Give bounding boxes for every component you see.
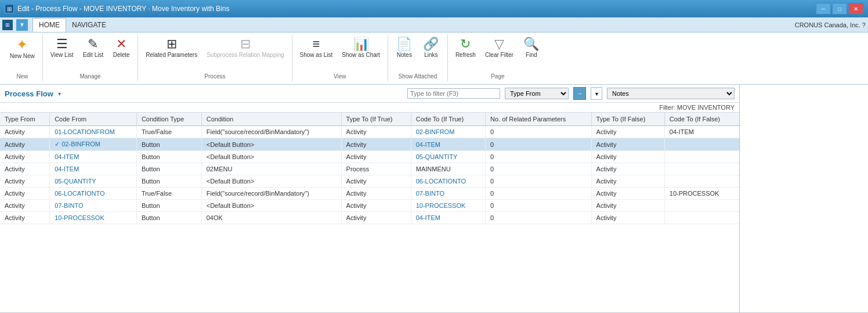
cell-code-from[interactable]: 04-ITEM [50,151,137,163]
cell-type-from: Activity [0,188,50,200]
cell-code-to-true-link[interactable]: 10-PROCESSOK [416,202,466,209]
cell-code-from-link[interactable]: 04-ITEM [55,153,79,160]
col-code-to-false[interactable]: Code To (If False) [664,113,739,126]
cell-code-from-link[interactable]: 10-PROCESSOK [55,214,104,221]
col-type-to-false[interactable]: Type To (If False) [591,113,664,126]
cell-type-to-true: Activity [341,212,411,224]
table-row[interactable]: Activity01-LOCATIONFROMTrue/FalseField("… [0,126,739,138]
col-type-from[interactable]: Type From [0,113,50,126]
cell-code-to-true[interactable]: 07-BINTO [411,188,485,200]
cell-code-from[interactable]: 10-PROCESSOK [50,212,137,224]
cell-code-from[interactable]: 01-LOCATIONFROM [50,126,137,138]
cell-type-to-false: Activity [591,151,664,163]
process-flow-title[interactable]: Process Flow [5,89,53,98]
cell-type-to-true: Activity [341,188,411,200]
table-row[interactable]: Activity✓ 02-BINFROMButton<Default Butto… [0,138,739,151]
col-code-from[interactable]: Code From [50,113,137,126]
show-as-chart-button[interactable]: 📊 Show as Chart [338,35,384,62]
cell-code-from-link[interactable]: 04-ITEM [55,166,79,172]
cell-code-to-true: MAINMENU [411,163,485,175]
table-row[interactable]: Activity04-ITEMButton<Default Button>Act… [0,151,739,163]
cell-code-from[interactable]: 06-LOCATIONTO [50,188,137,200]
cell-code-to-true-link[interactable]: 02-BINFROM [416,128,455,135]
col-type-to-true[interactable]: Type To (If True) [341,113,411,126]
refresh-label: Refresh [455,52,476,59]
clear-filter-button[interactable]: ▽ Clear Filter [481,35,518,62]
cell-condition-type: Button [136,175,201,188]
cell-type-to-false: Activity [591,200,664,212]
table-row[interactable]: Activity10-PROCESSOKButton04OKActivity04… [0,212,739,224]
cell-type-to-true: Activity [341,138,411,151]
related-params-button[interactable]: ⊞ Related Parameters [142,35,201,62]
data-table: Type From Code From Condition Type Condi… [0,113,739,312]
col-condition[interactable]: Condition [201,113,341,126]
filter-apply-button[interactable]: → [573,87,586,100]
cell-code-from-link[interactable]: 01-LOCATIONFROM [55,128,115,135]
cell-type-to-false: Activity [591,212,664,224]
col-no-related-params[interactable]: No. of Related Parameters [485,113,591,126]
filter-field-select[interactable]: Type From [505,88,569,99]
notes-select[interactable]: Notes [607,88,735,99]
table-row[interactable]: Activity05-QUANTITYButton<Default Button… [0,175,739,188]
cell-code-to-true[interactable]: 10-PROCESSOK [411,200,485,212]
menu-home[interactable]: HOME [32,18,66,32]
filter-options-button[interactable]: ▾ [591,87,602,100]
ribbon-group-new: ✦ New New New [2,35,43,81]
window-title: Edit - Process Flow - MOVE INVENTORY · M… [17,5,229,13]
delete-button[interactable]: ✕ Delete [108,35,134,62]
cell-code-to-false: 10-PROCESSOK [664,188,739,200]
cell-code-from-link[interactable]: 06-LOCATIONTO [55,190,104,197]
edit-list-button[interactable]: ✎ Edit List [79,35,108,62]
cell-code-to-true[interactable]: 02-BINFROM [411,126,485,138]
cell-type-from: Activity [0,126,50,138]
cell-type-to-false: Activity [591,126,664,138]
cell-code-to-true[interactable]: 04-ITEM [411,138,485,151]
cell-code-to-true-link[interactable]: 05-QUANTITY [416,153,458,160]
cell-code-to-true[interactable]: 06-LOCATIONTO [411,175,485,188]
ribbon-group-manage: ☰ View List ✎ Edit List ✕ Delete Manage [43,35,138,81]
cell-code-to-false [664,163,739,175]
notes-button[interactable]: 📄 Notes [392,35,417,62]
minimize-button[interactable]: ─ [816,3,831,15]
table-row[interactable]: Activity04-ITEMButton02MENUProcessMAINME… [0,163,739,175]
links-button[interactable]: 🔗 Links [418,35,444,62]
view-list-button[interactable]: ☰ View List [46,35,78,62]
subprocess-button[interactable]: ⊟ Subprocess Relation Mapping [202,35,288,62]
cell-no-related-params: 0 [485,151,591,163]
cell-code-from[interactable]: 05-QUANTITY [50,175,137,188]
cell-condition: 02MENU [201,163,341,175]
cell-code-to-true-link[interactable]: 07-BINTO [416,190,444,197]
refresh-button[interactable]: ↻ Refresh [451,35,480,62]
cell-code-to-true-link[interactable]: 04-ITEM [416,214,440,221]
user-info: CRONUS Canada, Inc. ? [795,21,866,28]
table-row[interactable]: Activity06-LOCATIONTOTrue/FalseField("so… [0,188,739,200]
cell-type-to-false: Activity [591,138,664,151]
table-row[interactable]: Activity07-BINTOButton<Default Button>Ac… [0,200,739,212]
show-as-list-button[interactable]: ≡ Show as List [296,35,337,62]
maximize-button[interactable]: □ [832,3,847,15]
find-button[interactable]: 🔍 Find [519,35,544,62]
cell-code-to-true-link[interactable]: 04-ITEM [416,141,440,148]
close-button[interactable]: ✕ [848,3,863,15]
col-code-to-true[interactable]: Code To (If True) [411,113,485,126]
cell-code-from[interactable]: 04-ITEM [50,163,137,175]
col-condition-type[interactable]: Condition Type [136,113,201,126]
cell-code-from[interactable]: 07-BINTO [50,200,137,212]
filter-input[interactable] [407,88,500,99]
cell-code-to-true-link[interactable]: 06-LOCATIONTO [416,178,466,185]
cell-code-to-true[interactable]: 04-ITEM [411,212,485,224]
cell-code-to-true[interactable]: 05-QUANTITY [411,151,485,163]
cell-no-related-params: 0 [485,138,591,151]
new-button[interactable]: ✦ New New [6,35,39,63]
cell-condition: <Default Button> [201,151,341,163]
links-label: Links [424,52,437,59]
cell-code-to-false: 04-ITEM [664,126,739,138]
cell-no-related-params: 0 [485,200,591,212]
menu-navigate[interactable]: NAVIGATE [66,18,112,32]
right-panel [739,85,868,312]
cell-code-from-link[interactable]: 07-BINTO [55,202,83,209]
cell-code-from-link[interactable]: 05-QUANTITY [55,178,96,185]
menu-dropdown-button[interactable]: ▼ [16,19,28,31]
cell-code-from[interactable]: ✓ 02-BINFROM [50,138,137,151]
cell-code-from-link[interactable]: ✓ 02-BINFROM [55,141,100,147]
